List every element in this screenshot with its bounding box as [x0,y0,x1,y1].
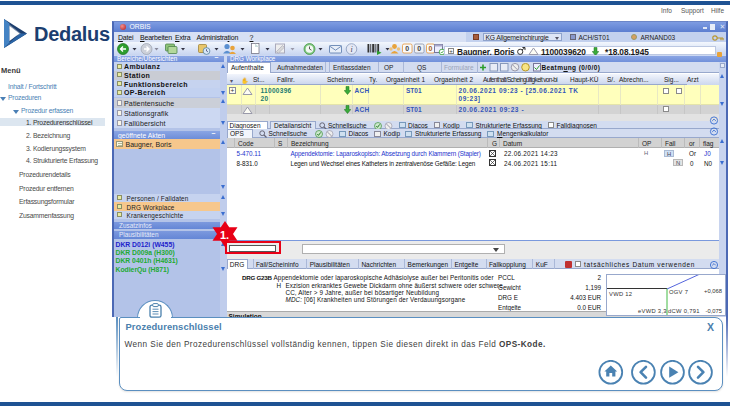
svg-text:0: 0 [417,45,421,52]
svg-text:0: 0 [405,45,409,52]
svg-text:eVWD 3,3: eVWD 3,3 [638,308,667,314]
svg-text:0: 0 [428,45,432,52]
svg-text:1.: 1. [220,229,229,241]
svg-text:i: i [350,45,352,54]
svg-text:VWD 12: VWD 12 [609,291,632,297]
svg-text:OGV 7: OGV 7 [669,288,688,294]
svg-text:+0,068: +0,068 [704,287,722,293]
svg-text:-0,075: -0,075 [706,307,722,313]
svg-text:dCW 0,791: dCW 0,791 [668,308,700,314]
